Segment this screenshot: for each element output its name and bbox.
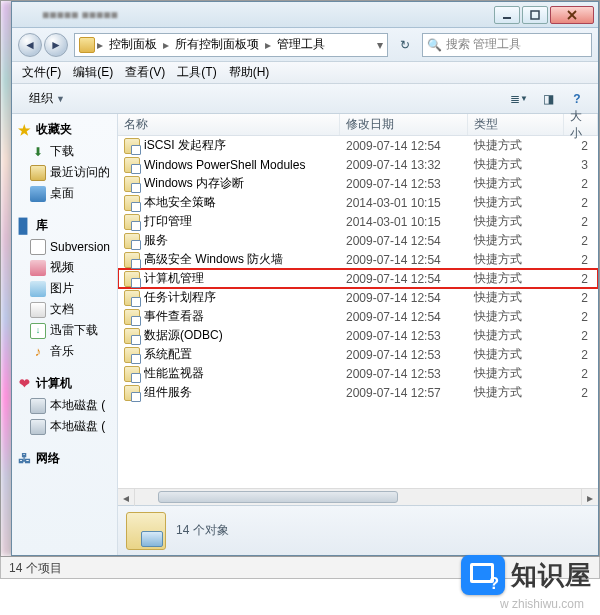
file-row[interactable]: 事件查看器2009-07-14 12:54快捷方式2 bbox=[118, 307, 598, 326]
nav-documents[interactable]: 文档 bbox=[14, 299, 115, 320]
column-date[interactable]: 修改日期 bbox=[340, 114, 468, 135]
document-icon bbox=[30, 302, 46, 318]
column-size[interactable]: 大小 bbox=[564, 114, 598, 135]
column-type[interactable]: 类型 bbox=[468, 114, 564, 135]
file-row[interactable]: 数据源(ODBC)2009-07-14 12:53快捷方式2 bbox=[118, 326, 598, 345]
nav-localdisk-1[interactable]: 本地磁盘 ( bbox=[14, 395, 115, 416]
file-date: 2009-07-14 12:54 bbox=[346, 291, 474, 305]
minimize-button[interactable] bbox=[494, 6, 520, 24]
file-size: 2 bbox=[570, 329, 598, 343]
help-button[interactable]: ? bbox=[564, 88, 590, 110]
back-button[interactable]: ◄ bbox=[18, 33, 42, 57]
file-date: 2009-07-14 12:54 bbox=[346, 253, 474, 267]
nav-localdisk-2[interactable]: 本地磁盘 ( bbox=[14, 416, 115, 437]
horizontal-scrollbar[interactable]: ◂ ▸ bbox=[118, 488, 598, 505]
file-type: 快捷方式 bbox=[474, 194, 570, 211]
nav-libraries[interactable]: ▊库 bbox=[14, 214, 115, 237]
drive-icon bbox=[30, 419, 46, 435]
file-row[interactable]: 系统配置2009-07-14 12:53快捷方式2 bbox=[118, 345, 598, 364]
nav-xunlei[interactable]: ↓迅雷下载 bbox=[14, 320, 115, 341]
file-name: 本地安全策略 bbox=[144, 194, 346, 211]
file-name: Windows PowerShell Modules bbox=[144, 158, 346, 172]
dropdown-icon[interactable]: ▾ bbox=[377, 38, 383, 52]
file-name: Windows 内存诊断 bbox=[144, 175, 346, 192]
star-icon: ★ bbox=[16, 122, 32, 138]
toolbar: 组织 ▼ ≣ ▼ ◨ ? bbox=[12, 84, 598, 114]
file-row[interactable]: Windows PowerShell Modules2009-07-14 13:… bbox=[118, 155, 598, 174]
file-row[interactable]: 任务计划程序2009-07-14 12:54快捷方式2 bbox=[118, 288, 598, 307]
menu-help[interactable]: 帮助(H) bbox=[223, 62, 276, 83]
shortcut-icon bbox=[124, 252, 140, 268]
nav-desktop[interactable]: 桌面 bbox=[14, 183, 115, 204]
file-row[interactable]: 计算机管理2009-07-14 12:54快捷方式2 bbox=[118, 269, 598, 288]
file-type: 快捷方式 bbox=[474, 365, 570, 382]
scroll-right-button[interactable]: ▸ bbox=[581, 489, 598, 506]
scroll-thumb[interactable] bbox=[158, 491, 398, 503]
menubar: 文件(F) 编辑(E) 查看(V) 工具(T) 帮助(H) bbox=[12, 62, 598, 84]
folder-icon bbox=[79, 37, 95, 53]
forward-button[interactable]: ► bbox=[44, 33, 68, 57]
file-row[interactable]: Windows 内存诊断2009-07-14 12:53快捷方式2 bbox=[118, 174, 598, 193]
close-button[interactable] bbox=[550, 6, 594, 24]
search-input[interactable]: 🔍 搜索 管理工具 bbox=[422, 33, 592, 57]
file-row[interactable]: 组件服务2009-07-14 12:57快捷方式2 bbox=[118, 383, 598, 402]
maximize-button[interactable] bbox=[522, 6, 548, 24]
file-date: 2009-07-14 12:54 bbox=[346, 310, 474, 324]
shortcut-icon bbox=[124, 233, 140, 249]
nav-network[interactable]: 🖧网络 bbox=[14, 447, 115, 470]
preview-pane-button[interactable]: ◨ bbox=[535, 88, 561, 110]
xunlei-icon: ↓ bbox=[30, 323, 46, 339]
file-name: iSCSI 发起程序 bbox=[144, 137, 346, 154]
nav-videos[interactable]: 视频 bbox=[14, 257, 115, 278]
file-size: 2 bbox=[570, 367, 598, 381]
shortcut-icon bbox=[124, 176, 140, 192]
scroll-left-button[interactable]: ◂ bbox=[118, 489, 135, 506]
file-date: 2009-07-14 12:53 bbox=[346, 348, 474, 362]
menu-tools[interactable]: 工具(T) bbox=[171, 62, 222, 83]
nav-music[interactable]: ♪音乐 bbox=[14, 341, 115, 362]
nav-recent[interactable]: 最近访问的 bbox=[14, 162, 115, 183]
menu-edit[interactable]: 编辑(E) bbox=[67, 62, 119, 83]
crumb-control-panel[interactable]: 控制面板 bbox=[105, 36, 161, 53]
search-icon: 🔍 bbox=[427, 38, 442, 52]
file-name: 打印管理 bbox=[144, 213, 346, 230]
breadcrumb[interactable]: ▸ 控制面板 ▸ 所有控制面板项 ▸ 管理工具 ▾ bbox=[74, 33, 388, 57]
file-name: 系统配置 bbox=[144, 346, 346, 363]
view-mode-button[interactable]: ≣ ▼ bbox=[506, 88, 532, 110]
nav-downloads[interactable]: ⬇下载 bbox=[14, 141, 115, 162]
file-size: 2 bbox=[570, 177, 598, 191]
watermark-url: w zhishiwu.com bbox=[500, 597, 584, 611]
nav-computer[interactable]: ❤计算机 bbox=[14, 372, 115, 395]
chevron-down-icon: ▼ bbox=[56, 94, 65, 104]
organize-button[interactable]: 组织 ▼ bbox=[20, 86, 74, 111]
file-name: 任务计划程序 bbox=[144, 289, 346, 306]
crumb-admin-tools[interactable]: 管理工具 bbox=[273, 36, 329, 53]
menu-view[interactable]: 查看(V) bbox=[119, 62, 171, 83]
file-type: 快捷方式 bbox=[474, 384, 570, 401]
nav-favorites[interactable]: ★收藏夹 bbox=[14, 118, 115, 141]
picture-icon bbox=[30, 281, 46, 297]
file-row[interactable]: 服务2009-07-14 12:54快捷方式2 bbox=[118, 231, 598, 250]
svg-rect-1 bbox=[531, 11, 539, 19]
file-row[interactable]: 性能监视器2009-07-14 12:53快捷方式2 bbox=[118, 364, 598, 383]
file-name: 事件查看器 bbox=[144, 308, 346, 325]
file-name: 性能监视器 bbox=[144, 365, 346, 382]
file-row[interactable]: 本地安全策略2014-03-01 10:15快捷方式2 bbox=[118, 193, 598, 212]
nav-pictures[interactable]: 图片 bbox=[14, 278, 115, 299]
watermark-badge-icon bbox=[461, 555, 505, 595]
recent-icon bbox=[30, 165, 46, 181]
explorer-window: ■■■■■ ■■■■■ ◄ ► ▸ 控制面板 ▸ 所有控制面板项 ▸ 管理工具 … bbox=[11, 1, 599, 556]
file-row[interactable]: 打印管理2014-03-01 10:15快捷方式2 bbox=[118, 212, 598, 231]
file-date: 2009-07-14 12:53 bbox=[346, 177, 474, 191]
file-date: 2014-03-01 10:15 bbox=[346, 196, 474, 210]
file-name: 计算机管理 bbox=[144, 270, 346, 287]
nav-subversion[interactable]: Subversion bbox=[14, 237, 115, 257]
crumb-all-items[interactable]: 所有控制面板项 bbox=[171, 36, 263, 53]
folder-large-icon bbox=[126, 512, 166, 550]
menu-file[interactable]: 文件(F) bbox=[16, 62, 67, 83]
file-row[interactable]: iSCSI 发起程序2009-07-14 12:54快捷方式2 bbox=[118, 136, 598, 155]
file-date: 2009-07-14 13:32 bbox=[346, 158, 474, 172]
file-row[interactable]: 高级安全 Windows 防火墙2009-07-14 12:54快捷方式2 bbox=[118, 250, 598, 269]
column-name[interactable]: 名称 bbox=[118, 114, 340, 135]
refresh-button[interactable]: ↻ bbox=[394, 34, 416, 56]
